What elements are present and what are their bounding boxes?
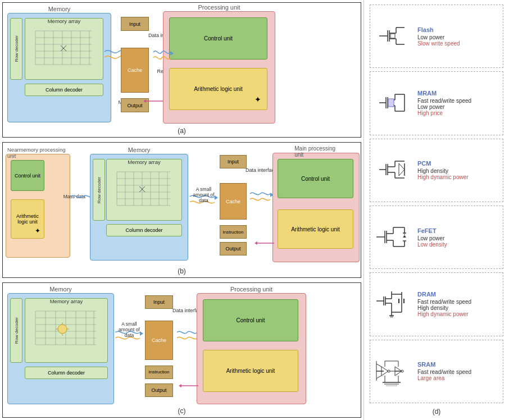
pcm-symbol <box>374 156 413 184</box>
right-panel-label: (d) <box>370 408 503 416</box>
control-unit-b-near: Control unit <box>11 160 44 191</box>
column-decoder-b: Column decoder <box>106 224 182 236</box>
wave-c2 <box>177 329 194 343</box>
memory-grid-a <box>30 25 97 75</box>
memory-block-a: Memory Memory array <box>7 13 111 122</box>
pcm-name: PCM <box>417 160 499 167</box>
nearmemory-title-b: Nearmemory processing unit <box>7 147 70 159</box>
row-decoder-c: Row decoder <box>10 298 22 363</box>
main-processing-b: Main processing unit Control unit Arithm… <box>272 153 360 262</box>
pcm-prop1: High density <box>417 168 499 174</box>
input-c: Input <box>145 295 173 309</box>
alu-a: Arithmetic logic unit ✦ <box>169 68 267 110</box>
svg-point-51 <box>58 325 67 334</box>
svg-marker-18 <box>143 99 146 103</box>
column-decoder-a: Column decoder <box>25 84 103 96</box>
flash-name: Flash <box>417 26 499 33</box>
sram-prop2: Large area <box>417 375 499 381</box>
control-unit-a: Control unit <box>169 17 267 60</box>
cache-area-b: Input Cache Instruction Output Data inte… <box>220 155 249 257</box>
left-panel: Memory Memory array <box>0 0 364 420</box>
flash-info: Flash Low power Slow write speed <box>417 26 499 47</box>
wave-arrow2-a <box>153 48 165 65</box>
fefet-symbol <box>374 223 413 251</box>
memory-title-c: Memory <box>49 286 72 293</box>
mram-prop1: Fast read/write speed <box>417 98 499 104</box>
svg-marker-37 <box>254 241 257 245</box>
sram-info: SRAM Fast read/write speed Large area <box>417 361 499 381</box>
memory-array-b: Memory array <box>106 159 182 221</box>
memory-array-label-b: Memory array <box>128 159 161 165</box>
memory-title-a: Memory <box>48 6 71 12</box>
input-b: Input <box>220 155 247 168</box>
memory-grid-c <box>30 305 102 356</box>
mram-prop3: High price <box>417 110 499 116</box>
row-decoder-a: Row decoder <box>10 18 22 80</box>
nearmemory-unit-b: Nearmemory processing unit Control unit … <box>6 154 70 258</box>
dram-symbol <box>374 290 413 318</box>
mem-type-dram: DRAM Fast read/write speed High density … <box>370 272 503 336</box>
processing-unit-c: Processing unit Control unit Arithmetic … <box>197 293 306 404</box>
input-block-a: Input <box>121 17 149 31</box>
output-b: Output <box>220 242 247 255</box>
output-arrow-a <box>143 97 166 106</box>
sram-prop1: Fast read/write speed <box>417 369 499 375</box>
sram-name: SRAM <box>417 361 499 368</box>
flash-diagram <box>374 22 413 51</box>
svg-rect-69 <box>390 34 395 38</box>
row-decoder-label-a: Row decoder <box>14 35 19 62</box>
memory-grid-b <box>111 166 176 214</box>
small-data-b: A small amount of data <box>188 186 219 203</box>
column-decoder-c: Column decoder <box>25 367 108 379</box>
flash-prop1: Low power <box>417 34 499 40</box>
svg-marker-59 <box>179 384 181 387</box>
fefet-name: FeFET <box>417 227 499 234</box>
memory-array-label-c: Memory array <box>50 298 83 304</box>
memory-title-b: Memory <box>128 147 151 153</box>
wave-b1 <box>70 193 90 207</box>
cache-area-c: Input Cache Instruction Output Data inte… <box>145 295 176 402</box>
dram-name: DRAM <box>417 291 499 298</box>
mram-name: MRAM <box>417 90 499 97</box>
svg-marker-90 <box>399 163 405 176</box>
fefet-diagram <box>374 223 413 252</box>
column-decoder-label-a: Column decoder <box>46 87 83 93</box>
svg-line-134 <box>376 364 381 367</box>
wave-b3 <box>250 190 267 204</box>
processing-unit-a: Processing unit Control unit Arithmetic … <box>163 11 275 124</box>
processing-title-c: Processing unit <box>230 286 272 293</box>
section-b: Nearmemory processing unit Control unit … <box>2 142 361 277</box>
memory-array-c: Memory array <box>25 298 108 363</box>
instruction-c: Instruction <box>145 366 173 379</box>
flash-prop2: Slow write speed <box>417 40 499 47</box>
memory-array-a: Memory array <box>25 18 103 80</box>
row-decoder-b: Row decoder <box>93 159 105 221</box>
small-data-c: A small amount of data <box>115 321 143 338</box>
dram-diagram <box>374 290 413 319</box>
mem-type-pcm: PCM High density High dynamic power <box>370 139 503 202</box>
svg-rect-75 <box>388 99 394 107</box>
section-a: Memory Memory array <box>2 2 361 138</box>
mram-info: MRAM Fast read/write speed Low power Hig… <box>417 90 499 116</box>
mem-type-fefet: FeFET Low power Low density <box>370 206 503 269</box>
instruction-b: Instruction <box>220 225 247 239</box>
cache-b: Cache <box>220 183 247 220</box>
svg-marker-105 <box>403 235 406 238</box>
fefet-prop1: Low power <box>417 235 499 241</box>
section-c: Memory Memory array <box>2 282 361 418</box>
section-label-c: (c) <box>178 407 186 415</box>
processing-title-a: Processing unit <box>198 4 240 11</box>
alu-b-main: Arithmetic logic unit <box>278 209 353 249</box>
dram-prop2: High density <box>417 305 499 311</box>
mram-diagram <box>374 89 413 118</box>
memory-block-c: Memory Memory array <box>7 293 114 404</box>
memory-array-label-a: Memory array <box>48 18 81 24</box>
dram-info: DRAM Fast read/write speed High density … <box>417 291 499 317</box>
output-arrow-b <box>254 239 276 248</box>
sram-symbol <box>374 355 413 386</box>
cache-c: Cache <box>145 321 173 360</box>
output-arrow-c <box>179 382 200 390</box>
section-label-b: (b) <box>178 267 186 275</box>
section-label-a: (a) <box>178 127 186 135</box>
svg-line-135 <box>376 376 381 378</box>
